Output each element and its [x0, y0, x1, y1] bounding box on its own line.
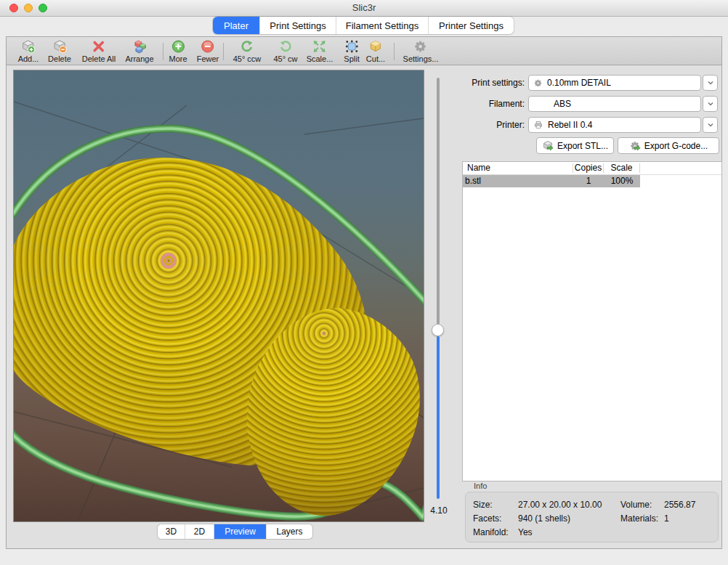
- rotate-cw-icon: [278, 39, 293, 54]
- more-copies-icon: [171, 39, 185, 54]
- rotate-ccw-icon: [240, 39, 254, 54]
- volume-label: Volume:: [620, 500, 652, 510]
- slic3r-window: { "window": { "title": "Slic3r" }, "tabs…: [0, 0, 728, 565]
- arrange-icon: [132, 39, 147, 54]
- size-value: 27.00 x 20.00 x 10.00: [518, 500, 602, 510]
- materials-value: 1: [664, 513, 669, 524]
- export-gcode-button[interactable]: Export G-code...: [618, 137, 719, 154]
- tab-filament-settings[interactable]: Filament Settings: [336, 17, 429, 34]
- delete-all-button[interactable]: Delete All: [82, 39, 116, 63]
- tab-print-settings[interactable]: Print Settings: [260, 17, 336, 34]
- tab-preview[interactable]: Preview: [214, 524, 267, 539]
- rotate-ccw-button[interactable]: 45° ccw: [233, 39, 262, 63]
- export-gcode-icon: [629, 140, 641, 152]
- gear-icon: [533, 78, 543, 88]
- export-stl-button[interactable]: Export STL...: [536, 137, 614, 154]
- tab-2d[interactable]: 2D: [185, 524, 214, 539]
- printer-dropdown-button[interactable]: [703, 117, 718, 133]
- facets-label: Facets:: [473, 513, 501, 524]
- scale-button[interactable]: Scale...: [307, 39, 333, 63]
- toolbar-separator: [223, 43, 224, 60]
- tab-plater[interactable]: Plater: [213, 17, 260, 34]
- object-list-header: Name Copies Scale: [463, 162, 721, 175]
- toolbar-separator: [163, 43, 163, 60]
- scale-icon: [312, 39, 327, 54]
- print-settings-label: Print settings:: [436, 78, 525, 88]
- delete-button[interactable]: Delete: [48, 39, 71, 63]
- small-object-top-marker: [322, 331, 325, 335]
- tab-3d[interactable]: 3D: [158, 524, 185, 539]
- filament-label: Filament:: [436, 99, 525, 109]
- layer-slider-value: 4.10: [424, 505, 453, 516]
- info-section-title: Info: [474, 481, 487, 490]
- layer-slider-thumb[interactable]: [432, 324, 444, 336]
- filament-select[interactable]: ABS: [528, 96, 701, 112]
- settings-gear-icon: [413, 39, 428, 54]
- object-name-cell: b.stl: [463, 175, 573, 187]
- split-button[interactable]: Split: [344, 39, 359, 63]
- export-stl-icon: [542, 140, 554, 152]
- add-button[interactable]: Add...: [18, 39, 39, 63]
- object-copies-cell: 1: [573, 175, 604, 187]
- facets-value: 940 (1 shells): [518, 513, 570, 524]
- layer-slider-track-upper[interactable]: [437, 78, 440, 325]
- materials-label: Materials:: [620, 513, 658, 524]
- toolbar: Add... Delete Delete All Arrange: [6, 36, 722, 65]
- split-icon: [344, 39, 359, 54]
- delete-all-icon: [92, 39, 106, 54]
- cut-button[interactable]: Cut...: [366, 39, 385, 63]
- chevron-down-icon: [706, 78, 715, 87]
- chevron-down-icon: [706, 121, 715, 129]
- delete-object-icon: [52, 39, 67, 54]
- arrange-button[interactable]: Arrange: [125, 39, 153, 63]
- more-button[interactable]: More: [169, 39, 187, 63]
- fewer-copies-icon: [201, 39, 215, 54]
- 3d-preview-canvas[interactable]: [13, 70, 424, 522]
- title-bar: Slic3r: [0, 0, 728, 17]
- add-object-icon: [21, 39, 36, 54]
- volume-value: 2556.87: [664, 500, 695, 510]
- print-settings-dropdown-button[interactable]: [703, 75, 718, 91]
- printer-icon: [533, 120, 543, 130]
- printer-label: Printer:: [436, 120, 525, 130]
- gcode-preview-scene: [14, 70, 424, 521]
- tab-layers[interactable]: Layers: [267, 524, 312, 539]
- object-list: Name Copies Scale b.stl 1 100%: [462, 161, 722, 481]
- size-label: Size:: [473, 500, 493, 510]
- manifold-value: Yes: [518, 527, 533, 537]
- column-header-copies[interactable]: Copies: [573, 163, 604, 173]
- large-object-top-marker: [161, 253, 177, 269]
- window-title: Slic3r: [0, 2, 728, 13]
- rotate-cw-button[interactable]: 45° cw: [273, 39, 297, 63]
- column-header-scale[interactable]: Scale: [604, 163, 640, 173]
- printer-select[interactable]: Rebel II 0.4: [528, 117, 701, 133]
- cut-icon: [368, 39, 383, 54]
- layer-slider-track-lower[interactable]: [437, 336, 440, 499]
- object-scale-cell: 100%: [604, 175, 640, 187]
- status-bar: [0, 549, 728, 565]
- chevron-down-icon: [706, 99, 715, 108]
- fewer-button[interactable]: Fewer: [197, 39, 219, 63]
- filament-dropdown-button[interactable]: [703, 96, 718, 112]
- toolbar-separator: [394, 43, 395, 60]
- column-header-name[interactable]: Name: [463, 163, 573, 173]
- settings-button[interactable]: Settings...: [403, 39, 439, 63]
- manifold-label: Manifold:: [473, 527, 509, 537]
- main-tab-bar: Plater Print Settings Filament Settings …: [213, 17, 514, 34]
- info-box: Size: 27.00 x 20.00 x 10.00 Volume: 2556…: [465, 492, 719, 542]
- view-mode-tab-bar: 3D 2D Preview Layers: [158, 524, 312, 539]
- object-row-bstl[interactable]: b.stl 1 100%: [463, 175, 640, 187]
- print-settings-select[interactable]: 0.10mm DETAIL: [528, 75, 701, 91]
- tab-printer-settings[interactable]: Printer Settings: [429, 17, 514, 34]
